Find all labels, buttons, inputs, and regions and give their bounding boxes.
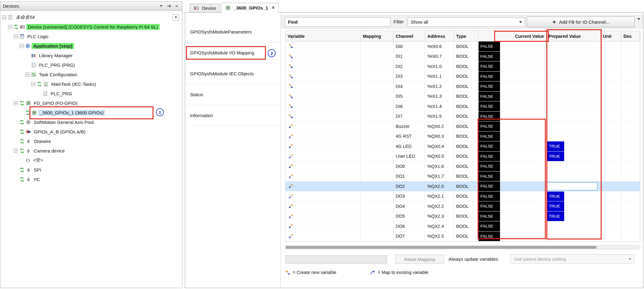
- tree-root-dropdown[interactable]: [173, 14, 179, 20]
- tree-item-3600-gpios-1[interactable]: _3600_GPIOs_1 (3600 GPIOs): [0, 108, 182, 117]
- prepared-value-cell[interactable]: [546, 72, 601, 81]
- column-header-variable[interactable]: Variable: [285, 31, 361, 41]
- reset-mapping-button[interactable]: Reset Mapping: [395, 255, 444, 264]
- table-row-di5[interactable]: DI5%IX1.3BOOLFALSE: [285, 92, 640, 102]
- variable-cell[interactable]: [285, 72, 361, 81]
- tree-item-fd-gpio[interactable]: FD_GPIO (FD-GPIO): [0, 98, 182, 108]
- pin-icon[interactable]: [166, 3, 172, 9]
- tree-item-project-root[interactable]: 未命名54: [0, 13, 182, 22]
- tree-item-gpios-a-b[interactable]: GPIOs_A_B (GPIOs A/B): [0, 127, 182, 137]
- table-row-di7[interactable]: DI7%IX1.5BOOLFALSE: [285, 112, 640, 122]
- tree-item-spi[interactable]: SPI: [0, 165, 182, 175]
- prepared-value-cell[interactable]: TRUE: [546, 192, 601, 201]
- variable-cell[interactable]: [285, 212, 361, 221]
- variable-cell[interactable]: [285, 152, 361, 161]
- prepared-value-cell[interactable]: [546, 161, 601, 171]
- nav-item-status[interactable]: Status: [185, 84, 281, 105]
- always-update-select[interactable]: Use parent device setting: [510, 254, 634, 264]
- variable-cell[interactable]: [285, 121, 361, 131]
- scrollbar-thumb[interactable]: [286, 246, 596, 249]
- expander-icon[interactable]: [8, 25, 12, 29]
- prepared-value-cell[interactable]: [546, 92, 601, 101]
- table-row-do5[interactable]: DO5%QX2.3BOOLFALSETRUE: [285, 212, 640, 222]
- nav-item-information[interactable]: Information: [185, 105, 281, 126]
- table-row-do6[interactable]: DO6%QX2.4BOOLFALSE: [285, 221, 640, 232]
- tree-item-onewire[interactable]: Onewire: [0, 137, 182, 146]
- variable-cell[interactable]: [285, 201, 361, 211]
- expander-icon[interactable]: [14, 34, 18, 38]
- table-row-4g-led[interactable]: 4G LED%QX0.4BOOLFALSETRUE: [285, 141, 640, 152]
- variable-cell[interactable]: [285, 181, 361, 191]
- prepared-value-cell[interactable]: [546, 121, 601, 131]
- prepared-value-cell[interactable]: TRUE: [546, 141, 601, 151]
- table-row-di3[interactable]: DI3%IX1.1BOOLFALSE: [285, 72, 640, 82]
- table-row-di6[interactable]: DI6%IX1.4BOOLFALSE: [285, 101, 640, 112]
- expander-icon[interactable]: [2, 15, 6, 19]
- find-input[interactable]: Find: [285, 17, 390, 27]
- table-row-di4[interactable]: DI4%IX1.2BOOLFALSE: [285, 81, 640, 92]
- dropdown-icon[interactable]: [158, 3, 164, 9]
- tab-3600-gpios-1[interactable]: _3600_GPIOs_1×: [221, 3, 279, 13]
- close-icon[interactable]: ×: [173, 3, 180, 9]
- table-row-do1[interactable]: DO1%QX1.7BOOLFALSE: [285, 172, 640, 182]
- variable-cell[interactable]: [285, 221, 361, 231]
- expander-icon[interactable]: [14, 149, 18, 153]
- tree-item-maintask-plc-prg[interactable]: PLC_PRG: [0, 89, 182, 98]
- tree-item-device[interactable]: Device [connected] (CODESYS Control for …: [0, 22, 182, 32]
- table-row-4g-rst[interactable]: 4G RST%QX0.3BOOLFALSE: [285, 132, 640, 142]
- expander-icon[interactable]: [25, 73, 29, 77]
- close-icon[interactable]: ×: [272, 5, 274, 10]
- prepared-value-cell[interactable]: TRUE: [546, 201, 601, 211]
- table-row-di0[interactable]: DI0%IX0.6BOOLFALSE: [285, 42, 640, 52]
- prepared-value-cell[interactable]: [546, 81, 601, 91]
- nav-item-io-mapping[interactable]: GPIOSysfsModule I/O Mapping: [185, 42, 281, 63]
- tree-item-plc-prg[interactable]: PLC_PRG (PRG): [0, 60, 182, 70]
- expander-icon[interactable]: [31, 82, 35, 86]
- tree-item-i2c[interactable]: I²C: [0, 175, 182, 184]
- table-row-user-led[interactable]: User LED%QX0.5BOOLFALSETRUE: [285, 152, 640, 162]
- tree-item-plc-logic[interactable]: PLC Logic: [0, 32, 182, 41]
- variable-cell[interactable]: [285, 161, 361, 171]
- variable-cell[interactable]: [285, 172, 361, 181]
- column-header-unit[interactable]: Unit: [601, 31, 621, 41]
- variable-cell[interactable]: [285, 232, 361, 241]
- tree-item-empty-slot[interactable]: <空>: [0, 156, 182, 165]
- table-row-do3[interactable]: DO3%QX2.1BOOLFALSETRUE: [285, 192, 640, 202]
- prepared-value-cell[interactable]: TRUE: [546, 212, 601, 221]
- prepared-value-cell[interactable]: [546, 172, 601, 181]
- column-header-address[interactable]: Address: [425, 31, 454, 41]
- variable-cell[interactable]: [285, 81, 361, 91]
- tree-item-softmotion-axis-pool[interactable]: SoftMotion General Axis Pool: [0, 117, 182, 127]
- prepared-value-cell[interactable]: [546, 112, 601, 121]
- expander-icon[interactable]: [20, 44, 24, 48]
- add-fb-button[interactable]: Add FB for IO Channel...: [527, 17, 635, 27]
- tree-item-camera-device[interactable]: Camera device: [0, 146, 182, 156]
- tree-item-maintask[interactable]: MainTask (IEC-Tasks): [0, 79, 182, 89]
- table-row-buzzer[interactable]: Buzzer%QX0.2BOOLFALSE: [285, 121, 640, 132]
- column-header-prepared-value[interactable]: Prepared Value: [546, 31, 601, 41]
- table-row-do2[interactable]: DO2%QX2.0BOOLFALSE: [285, 181, 640, 192]
- prepared-value-cell[interactable]: [546, 181, 601, 191]
- prepared-value-cell[interactable]: [546, 61, 601, 71]
- prepared-value-cell[interactable]: [546, 52, 601, 61]
- nav-item-iec-objects[interactable]: GPIOSysfsModule IEC Objects: [185, 63, 281, 84]
- table-row-do0[interactable]: DO0%QX1.6BOOLFALSE: [285, 161, 640, 172]
- prepared-value-editor[interactable]: [547, 182, 597, 190]
- prepared-value-cell[interactable]: [546, 101, 601, 111]
- variable-cell[interactable]: [285, 101, 361, 111]
- table-row-do4[interactable]: DO4%QX2.2BOOLFALSETRUE: [285, 201, 640, 212]
- variable-cell[interactable]: [285, 42, 361, 51]
- table-row-di2[interactable]: DI2%IX1.0BOOLFALSE: [285, 61, 640, 72]
- variable-cell[interactable]: [285, 92, 361, 101]
- tree-item-application[interactable]: Application [stop]: [0, 41, 182, 51]
- filter-select[interactable]: Show all: [408, 17, 525, 27]
- prepared-value-cell[interactable]: [546, 221, 601, 231]
- prepared-value-cell[interactable]: TRUE: [546, 152, 601, 161]
- column-header-current-value[interactable]: Current Value: [479, 31, 546, 41]
- table-row-di1[interactable]: DI1%IX0.7BOOLFALSE: [285, 52, 640, 62]
- prepared-value-cell[interactable]: [546, 232, 601, 241]
- tree-item-library-manager[interactable]: Library Manager: [0, 51, 182, 60]
- tree-item-task-configuration[interactable]: Task Configuration: [0, 70, 182, 79]
- column-header-mapping[interactable]: Mapping: [361, 31, 394, 41]
- prepared-value-cell[interactable]: [546, 42, 601, 51]
